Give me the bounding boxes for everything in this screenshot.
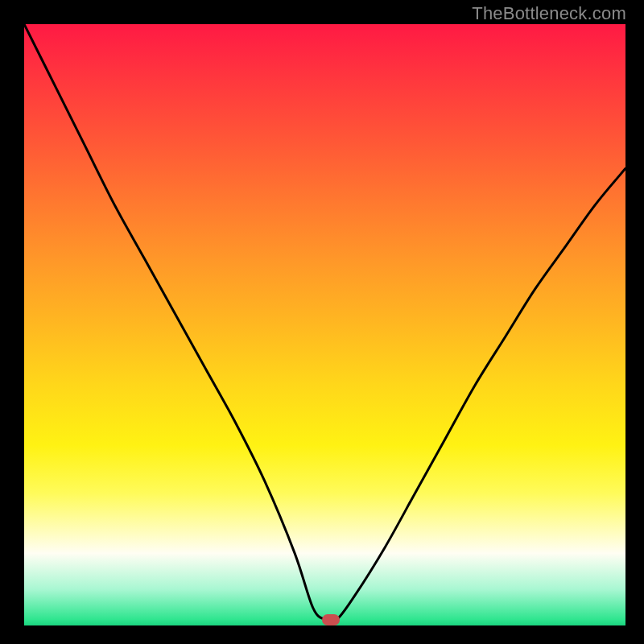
- optimal-point-marker: [322, 614, 340, 625]
- chart-frame: TheBottleneck.com: [0, 0, 644, 644]
- watermark-text: TheBottleneck.com: [472, 3, 626, 24]
- plot-area: [24, 24, 625, 625]
- bottleneck-curve: [24, 24, 625, 625]
